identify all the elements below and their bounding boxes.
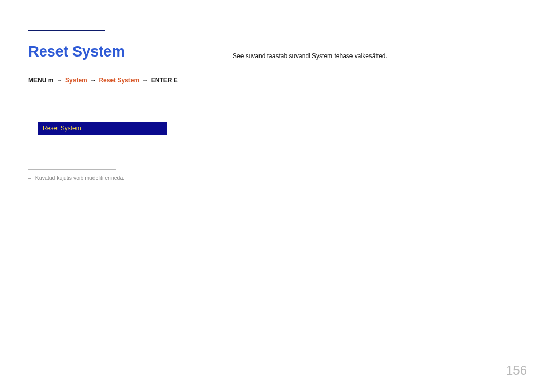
- breadcrumb-system: System: [65, 77, 87, 84]
- header-rules: [28, 30, 527, 31]
- rule-divider: [130, 34, 527, 34]
- page: Reset System MENU m → System → Reset Sys…: [0, 0, 555, 392]
- footnote-text: Kuvatud kujutis võib mudeliti erineda.: [35, 175, 124, 181]
- arrow-icon: →: [141, 77, 149, 84]
- breadcrumb-menu: MENU m: [28, 77, 53, 84]
- right-column: See suvand taastab suvandi System tehase…: [217, 43, 527, 60]
- footnote: – Kuvatud kujutis võib mudeliti erineda.: [28, 175, 217, 181]
- footnote-divider: [28, 169, 116, 170]
- menu-selected-label: Reset System: [43, 125, 81, 132]
- footnote-dash: –: [28, 175, 31, 181]
- arrow-icon: →: [55, 77, 64, 84]
- rule-accent: [28, 30, 105, 31]
- page-title: Reset System: [28, 43, 217, 60]
- body-description: See suvand taastab suvandi System tehase…: [233, 52, 527, 60]
- breadcrumb: MENU m → System → Reset System → ENTER E: [28, 77, 217, 84]
- page-number: 156: [506, 363, 527, 378]
- menu-selected-item[interactable]: Reset System: [38, 122, 167, 135]
- breadcrumb-reset-system: Reset System: [99, 77, 139, 84]
- arrow-icon: →: [89, 77, 97, 84]
- breadcrumb-enter: ENTER E: [151, 77, 178, 84]
- left-column: Reset System MENU m → System → Reset Sys…: [28, 43, 217, 181]
- content-columns: Reset System MENU m → System → Reset Sys…: [28, 43, 527, 181]
